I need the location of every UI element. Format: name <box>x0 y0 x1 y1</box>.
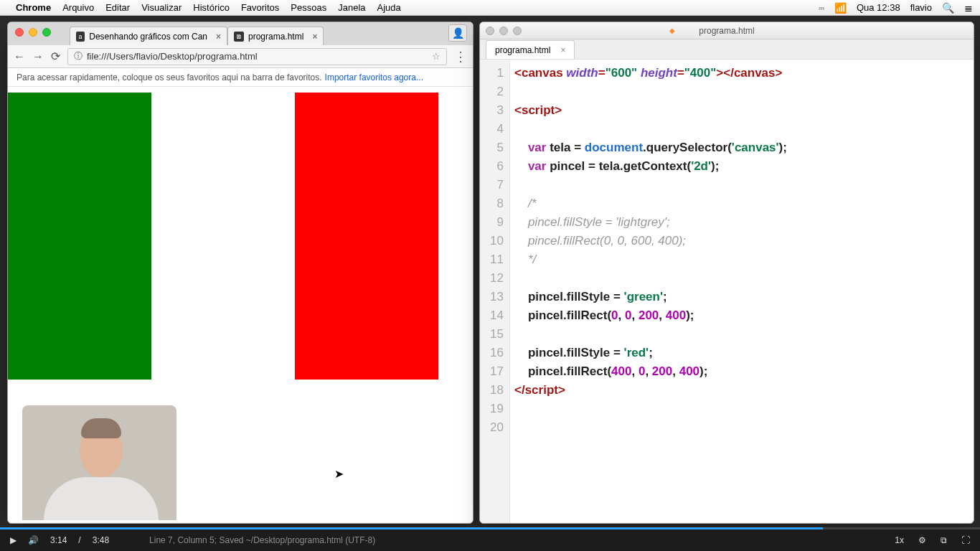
menu-visualizar[interactable]: Visualizar <box>141 2 182 13</box>
editor-file-tabs: programa.html × <box>480 39 974 60</box>
window-minimize-button[interactable] <box>29 28 37 37</box>
site-info-icon[interactable]: ⓘ <box>74 50 83 62</box>
editor-minimize-button[interactable] <box>499 27 508 35</box>
code-line[interactable]: pincel.fillStyle = 'green'; <box>514 288 974 306</box>
code-line[interactable]: /* <box>514 194 974 213</box>
editor-titlebar: ◆ programa.html <box>480 22 974 39</box>
editor-status-text: Line 7, Column 5; Saved ~/Desktop/progra… <box>149 535 375 545</box>
video-duration: 3:48 <box>93 535 109 545</box>
code-line[interactable]: pincel.fillRect(0, 0, 600, 400); <box>514 232 974 250</box>
bookmarks-hint: Para acessar rapidamente, coloque os seu… <box>17 72 322 83</box>
editor-window-title: programa.html <box>699 26 754 36</box>
code-line[interactable] <box>514 83 974 101</box>
window-close-button[interactable] <box>15 28 24 37</box>
chrome-toolbar: ← → ⟳ ⓘ file:///Users/flavio/Desktop/pro… <box>8 45 473 68</box>
menu-arquivo[interactable]: Arquivo <box>62 2 94 13</box>
play-button[interactable]: ▶ <box>10 535 17 545</box>
video-control-bar: ▶ 🔊 3:14 / 3:48 Line 7, Column 5; Saved … <box>0 529 980 551</box>
browser-tab[interactable]: aDesenhando gráficos com Can× <box>70 27 227 45</box>
tab-title: programa.html <box>248 32 303 42</box>
reload-button[interactable]: ⟳ <box>51 50 60 63</box>
code-line[interactable] <box>514 418 974 437</box>
chrome-tabstrip: aDesenhando gráficos com Can×🗎programa.h… <box>8 22 473 45</box>
notification-center-icon[interactable]: ≣ <box>964 2 973 14</box>
file-icon: ◆ <box>669 27 675 34</box>
editor-maximize-button[interactable] <box>513 27 522 35</box>
red-rect <box>295 93 438 380</box>
page-viewport: ➤ <box>8 87 473 523</box>
back-button[interactable]: ← <box>14 50 25 63</box>
chrome-window: aDesenhando gráficos com Can×🗎programa.h… <box>7 22 473 524</box>
webcam-overlay <box>22 405 176 520</box>
menu-favoritos[interactable]: Favoritos <box>241 2 279 13</box>
chrome-profile-button[interactable]: 👤 <box>448 24 467 42</box>
mouse-cursor-icon: ➤ <box>334 467 344 481</box>
url-text: file:///Users/flavio/Desktop/programa.ht… <box>87 51 258 62</box>
code-line[interactable]: pincel.fillStyle = 'lightgrey'; <box>514 213 974 232</box>
bookmarks-bar: Para acessar rapidamente, coloque os seu… <box>8 68 473 87</box>
menu-ajuda[interactable]: Ajuda <box>377 2 401 13</box>
line-gutter: 1234567891011121314151617181920 <box>480 60 510 523</box>
spotlight-icon[interactable]: 🔍 <box>942 2 954 14</box>
editor-window: ◆ programa.html programa.html × 12345678… <box>479 22 974 524</box>
canvas-element <box>8 93 438 380</box>
volume-button[interactable]: 🔊 <box>28 535 39 545</box>
window-maximize-button[interactable] <box>42 28 51 37</box>
video-progress-bar[interactable] <box>0 527 980 529</box>
macos-menubar: Chrome ArquivoEditarVisualizarHistóricoF… <box>0 0 980 16</box>
code-area[interactable]: 1234567891011121314151617181920 <canvas … <box>480 60 974 523</box>
code-line[interactable]: */ <box>514 250 974 269</box>
code-source[interactable]: <canvas width="600" height="400"></canva… <box>510 60 974 523</box>
code-line[interactable]: pincel.fillRect(0, 0, 200, 400); <box>514 306 974 325</box>
code-line[interactable]: pincel.fillStyle = 'red'; <box>514 344 974 362</box>
editor-close-button[interactable] <box>486 27 494 35</box>
green-rect <box>8 93 151 380</box>
code-line[interactable] <box>514 269 974 288</box>
close-tab-icon[interactable]: × <box>560 45 565 55</box>
wifi-icon[interactable]: 📶 <box>834 2 847 14</box>
menu-editar[interactable]: Editar <box>105 2 130 13</box>
menu-janela[interactable]: Janela <box>338 2 365 13</box>
favicon-icon: a <box>76 32 85 42</box>
menubar-user[interactable]: flavio <box>910 2 932 13</box>
menu-histórico[interactable]: Histórico <box>193 2 230 13</box>
code-line[interactable]: <script> <box>514 101 974 120</box>
pip-button[interactable]: ⧉ <box>941 535 947 545</box>
browser-tab[interactable]: 🗎programa.html× <box>227 27 324 45</box>
close-tab-icon[interactable]: × <box>216 32 221 42</box>
code-line[interactable] <box>514 120 974 138</box>
code-line[interactable] <box>514 176 974 194</box>
file-tab-label: programa.html <box>495 45 550 55</box>
battery-icon[interactable]: ⎓ <box>819 2 824 14</box>
code-line[interactable]: var tela = document.querySelector('canva… <box>514 138 974 157</box>
fullscreen-button[interactable]: ⛶ <box>961 535 970 545</box>
close-tab-icon[interactable]: × <box>312 32 317 42</box>
code-line[interactable]: var pincel = tela.getContext('2d'); <box>514 157 974 176</box>
bookmark-star-icon[interactable]: ☆ <box>432 51 440 62</box>
import-bookmarks-link[interactable]: Importar favoritos agora... <box>325 72 423 83</box>
code-line[interactable]: </script> <box>514 381 974 400</box>
favicon-icon: 🗎 <box>234 32 244 42</box>
address-bar[interactable]: ⓘ file:///Users/flavio/Desktop/programa.… <box>67 48 447 65</box>
time-separator: / <box>78 535 80 545</box>
video-current-time: 3:14 <box>50 535 67 545</box>
menu-pessoas[interactable]: Pessoas <box>291 2 326 13</box>
code-line[interactable] <box>514 325 974 344</box>
code-line[interactable]: <canvas width="600" height="400"></canva… <box>514 64 974 83</box>
video-settings-button[interactable]: ⚙ <box>918 535 926 545</box>
forward-button[interactable]: → <box>32 50 44 63</box>
code-line[interactable] <box>514 400 974 418</box>
chrome-menu-button[interactable]: ⋮ <box>454 49 467 65</box>
tab-title: Desenhando gráficos com Can <box>89 32 207 42</box>
code-line[interactable]: pincel.fillRect(400, 0, 200, 400); <box>514 362 974 381</box>
editor-file-tab[interactable]: programa.html × <box>486 40 575 59</box>
playback-speed-button[interactable]: 1x <box>895 535 904 545</box>
app-name[interactable]: Chrome <box>16 2 51 13</box>
menubar-clock[interactable]: Qua 12:38 <box>857 2 900 13</box>
